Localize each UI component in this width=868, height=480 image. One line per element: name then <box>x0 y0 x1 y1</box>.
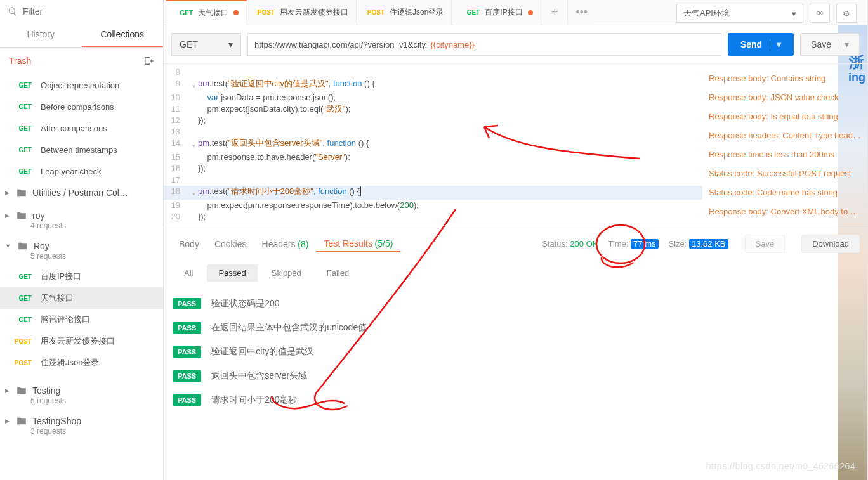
chevron-down-icon: ▾ <box>792 9 796 18</box>
sidebar: History Collections Trash GETObject repr… <box>0 0 164 480</box>
folder-meta: 5 requests <box>0 396 163 410</box>
trash-row[interactable]: Trash <box>0 48 163 74</box>
method-badge: GET <box>13 168 32 175</box>
send-label: Send <box>740 39 762 49</box>
snippets-panel: Response body: Contains string Response … <box>702 64 867 228</box>
snippet-item[interactable]: Status code: Code name has string <box>709 183 861 202</box>
method-select[interactable]: GET▾ <box>171 33 241 56</box>
tab-menu-button[interactable]: ••• <box>569 0 595 25</box>
method-badge: GET <box>13 103 32 110</box>
resp-tab-tests[interactable]: Test Results (5/5) <box>316 236 400 252</box>
save-response-button[interactable]: Save <box>745 235 786 253</box>
search-icon <box>8 6 18 16</box>
sidebar-item[interactable]: GETBetween timestamps <box>0 139 163 160</box>
test-row: PASS验证状态码是200 <box>173 292 858 316</box>
test-row: PASS验证返回中city的值是武汉 <box>173 340 858 364</box>
sidebar-item[interactable]: GETLeap year check <box>0 160 163 182</box>
tab-bond[interactable]: POST用友云新发债券接口 <box>248 0 357 25</box>
save-button[interactable]: Save▾ <box>800 33 860 56</box>
chevron-down-icon[interactable]: ▾ <box>770 39 781 49</box>
folder-testing[interactable]: ▶ Testing <box>0 380 163 396</box>
tab-label: 住逻辑Json登录 <box>390 7 444 18</box>
item-label: Object representation <box>41 81 119 90</box>
test-row: PASS在返回结果主体中包含武汉的unicode值 <box>173 316 858 340</box>
test-name: 验证状态码是200 <box>211 298 279 309</box>
add-collection-icon[interactable] <box>143 55 154 67</box>
folder-meta: 4 requests <box>0 221 163 235</box>
folder-utilities[interactable]: ▶ Utilities / Postman Col… <box>0 182 163 198</box>
status-value: 200 OK <box>570 239 598 249</box>
folder-label: Testing <box>32 386 60 396</box>
tab-baiduip[interactable]: GET百度IP接口 <box>453 0 541 25</box>
item-label: 百度IP接口 <box>41 271 81 282</box>
method-value: GET <box>180 39 198 49</box>
chevron-down-icon[interactable]: ▾ <box>838 39 849 49</box>
sidebar-request[interactable]: POST用友云新发债券接口 <box>0 330 163 352</box>
folder-icon <box>17 240 29 252</box>
sidebar-item[interactable]: GETObject representation <box>0 74 163 96</box>
filter-input[interactable] <box>23 6 155 16</box>
tab-weather[interactable]: GET天气接口 <box>166 0 247 25</box>
tab-history[interactable]: History <box>0 23 82 47</box>
url-input[interactable]: https://www.tianqiapi.com/api/?version=v… <box>247 33 721 56</box>
pass-badge: PASS <box>173 394 201 406</box>
folder-roy[interactable]: ▶ roy <box>0 205 163 221</box>
sidebar-request-active[interactable]: GET天气接口 <box>0 287 163 309</box>
folder-icon <box>16 210 27 221</box>
main-panel: GET天气接口 POST用友云新发债券接口 POST住逻辑Json登录 GET百… <box>164 0 868 480</box>
sidebar-tabs: History Collections <box>0 23 163 48</box>
ft-skipped[interactable]: Skipped <box>260 264 313 282</box>
gear-icon[interactable]: ⚙ <box>836 4 857 23</box>
resp-tab-cookies[interactable]: Cookies <box>207 237 254 252</box>
new-tab-button[interactable]: + <box>542 0 568 25</box>
tab-login[interactable]: POST住逻辑Json登录 <box>358 0 452 25</box>
snippet-item[interactable]: Response body: Convert XML body to a JSO… <box>709 202 861 221</box>
tab-collections[interactable]: Collections <box>82 23 164 47</box>
folder-Roy[interactable]: ▼ Roy <box>0 235 163 252</box>
item-label: Before comparisons <box>41 102 114 112</box>
size-value: 13.62 KB <box>689 239 728 249</box>
code-editor[interactable]: 8 9▾pm.test("验证返回中city的值是武汉", function (… <box>164 64 702 228</box>
snippet-item[interactable]: Response headers: Content-Type header ch… <box>709 126 861 145</box>
download-button[interactable]: Download <box>801 235 860 253</box>
ft-passed[interactable]: Passed <box>207 264 257 282</box>
sidebar-item[interactable]: GETAfter comparisons <box>0 117 163 139</box>
item-label: 腾讯评论接口 <box>41 314 90 325</box>
env-label: 天气API环境 <box>683 8 730 19</box>
tab-label: 用友云新发债券接口 <box>280 7 348 18</box>
sidebar-request[interactable]: GET百度IP接口 <box>0 266 163 287</box>
code-editor-area: 8 9▾pm.test("验证返回中city的值是武汉", function (… <box>164 64 867 228</box>
ft-failed[interactable]: Failed <box>315 264 360 282</box>
tab-label: 百度IP接口 <box>485 7 522 18</box>
test-name: 验证返回中city的值是武汉 <box>211 346 313 358</box>
snippet-item[interactable]: Response body: Contains string <box>709 69 861 88</box>
send-button[interactable]: Send▾ <box>728 33 794 56</box>
snippet-item[interactable]: Response body: Is equal to a string <box>709 107 861 126</box>
method-badge: POST <box>365 9 385 16</box>
folder-label: Utilities / Postman Col… <box>32 188 128 198</box>
folder-testingshop[interactable]: ▶ TestingShop <box>0 410 163 427</box>
folder-icon <box>16 187 27 198</box>
folder-label: roy <box>32 211 44 221</box>
test-name: 请求时间小于200毫秒 <box>211 394 297 406</box>
caret-right-icon: ▶ <box>5 387 10 394</box>
environment-select[interactable]: 天气API环境▾ <box>676 4 803 23</box>
snippet-item[interactable]: Status code: Successful POST request <box>709 164 861 183</box>
sidebar-item[interactable]: GETBefore comparisons <box>0 96 163 117</box>
sidebar-request[interactable]: GET腾讯评论接口 <box>0 309 163 330</box>
method-badge: POST <box>13 360 32 366</box>
chevron-down-icon: ▾ <box>228 39 233 49</box>
resp-tab-body[interactable]: Body <box>171 237 207 252</box>
ft-all[interactable]: All <box>173 264 204 282</box>
method-badge: GET <box>13 82 32 89</box>
filter-bar <box>0 0 163 23</box>
method-badge: GET <box>13 295 32 302</box>
sidebar-request[interactable]: POST住逻辑Json登录 <box>0 352 163 373</box>
snippet-item[interactable]: Response body: JSON value check <box>709 88 861 107</box>
save-label: Save <box>811 39 831 49</box>
resp-tab-headers[interactable]: Headers (8) <box>254 237 317 252</box>
item-label: 天气接口 <box>41 292 74 304</box>
eye-icon[interactable]: 👁 <box>810 4 830 23</box>
watermark: https://blog.csdn.net/m0_46266264 <box>706 461 855 471</box>
snippet-item[interactable]: Response time is less than 200ms <box>709 145 861 164</box>
